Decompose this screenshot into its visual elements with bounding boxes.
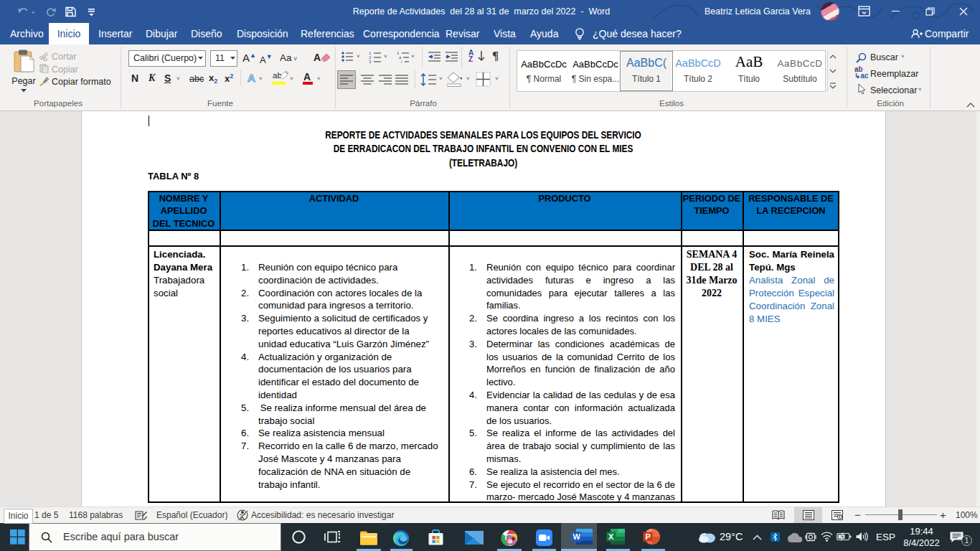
- svg-text:3: 3: [369, 60, 372, 63]
- svg-text:i: i: [401, 60, 402, 63]
- svg-text:P: P: [646, 532, 651, 541]
- svg-text:W: W: [573, 532, 581, 541]
- svg-text:X: X: [608, 532, 614, 541]
